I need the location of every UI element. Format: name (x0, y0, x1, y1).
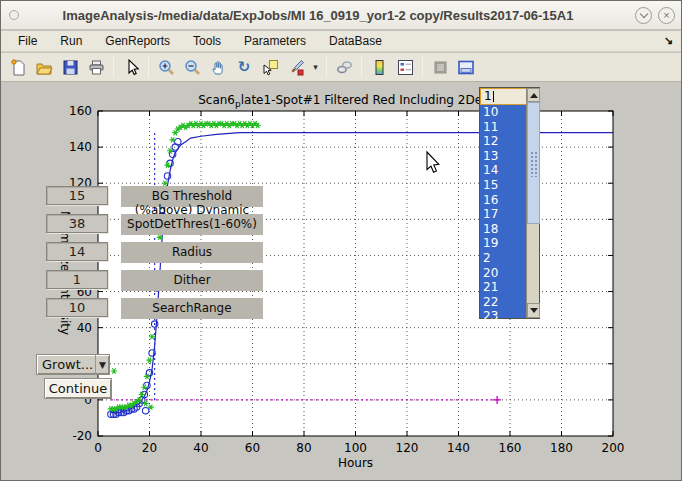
chain-link-icon (336, 59, 353, 76)
dropdown-item[interactable]: 21 (480, 280, 527, 295)
shade-window-button[interactable] (635, 7, 652, 24)
dropdown-item[interactable]: 10 (480, 105, 527, 120)
data-circles-marker (131, 406, 137, 412)
dropdown-item[interactable]: 23 (480, 309, 527, 320)
dropdown-item[interactable]: 13 (480, 149, 527, 164)
dropdown-item[interactable]: 14 (480, 163, 527, 178)
radius-input[interactable]: 14 (46, 242, 108, 261)
new-file-button[interactable] (6, 55, 30, 79)
zoom-in-button[interactable] (154, 55, 178, 79)
x-tick-label: 160 (499, 441, 522, 455)
dropdown-item[interactable]: 15 (480, 178, 527, 193)
dropdown-item[interactable]: 11 (480, 120, 527, 135)
x-tick-label: 60 (245, 441, 260, 455)
brush-menu-caret-button[interactable]: ▾ (310, 55, 321, 79)
x-tick-label: 180 (550, 441, 573, 455)
menu-parameters[interactable]: Parameters (241, 32, 309, 50)
data-circles-marker (139, 397, 145, 403)
searchrange-input[interactable]: 10 (46, 298, 108, 317)
dock-figure-icon (457, 59, 476, 76)
x-tick-label: 80 (296, 441, 311, 455)
link-plots-button[interactable] (332, 55, 356, 79)
open-file-button[interactable] (32, 55, 56, 79)
toolbar-separator (148, 56, 149, 78)
x-tick-label: 200 (602, 441, 625, 455)
undock-arrow-icon[interactable]: ↘ (664, 34, 673, 47)
data-asterisks-marker (234, 123, 240, 128)
spotdetthres-input[interactable]: 38 (46, 214, 108, 233)
pan-button[interactable] (206, 55, 230, 79)
data-asterisks-marker (221, 123, 227, 128)
data-circles-marker (118, 409, 124, 415)
insert-colorbar-button[interactable] (367, 55, 391, 79)
dock-figure-button[interactable] (454, 55, 478, 79)
new-file-icon (10, 59, 27, 76)
brush-data-button[interactable] (284, 55, 308, 79)
data-circles-marker (142, 408, 148, 414)
x-tick-label: 20 (142, 441, 157, 455)
data-asterisks-marker (164, 162, 170, 167)
dropdown-item[interactable]: 16 (480, 193, 527, 208)
chevron-down-icon (639, 9, 647, 17)
data-asterisks-marker (148, 404, 154, 409)
x-tick-label: 100 (344, 441, 367, 455)
menu-genreports[interactable]: GenReports (102, 32, 173, 50)
data-circles-marker (121, 409, 127, 415)
dropdown-item[interactable]: 17 (480, 207, 527, 222)
brush-icon (288, 59, 305, 76)
scroll-down-button[interactable] (527, 303, 540, 318)
data-asterisks-marker (180, 123, 186, 128)
hide-plot-tools-button[interactable] (428, 55, 452, 79)
radius-label: Radius (121, 242, 263, 263)
data-asterisks-marker (146, 357, 152, 362)
dither-input[interactable]: 1 (46, 270, 108, 289)
data-asterisks-marker (141, 385, 147, 390)
data-asterisks-marker (134, 399, 140, 404)
data-circles-marker (110, 411, 116, 417)
dropdown-item[interactable]: 12 (480, 134, 527, 149)
scrollbar-grip (530, 151, 537, 177)
print-button[interactable] (84, 55, 108, 79)
menu-file[interactable]: File (15, 32, 40, 50)
data-circles-marker (144, 382, 150, 388)
zoom-out-button[interactable] (180, 55, 204, 79)
menu-database[interactable]: DataBase (326, 32, 385, 50)
insert-legend-button[interactable] (393, 55, 417, 79)
data-circles-marker (115, 409, 121, 415)
window-menu-button[interactable] (9, 10, 19, 20)
continue-button[interactable]: Continue (44, 378, 112, 399)
legend-icon (397, 59, 414, 76)
scrollbar-thumb[interactable] (527, 102, 540, 224)
dropdown-item[interactable]: 2 (480, 251, 527, 266)
colorbar-icon (371, 59, 388, 76)
menu-tools[interactable]: Tools (190, 32, 224, 50)
rotate-3d-button[interactable]: ↻ (232, 55, 256, 79)
data-cursor-button[interactable] (258, 55, 282, 79)
select-cursor-button[interactable] (119, 55, 143, 79)
data-asterisks-marker (211, 121, 217, 126)
plot-title-post: late1-Spot#1 Filtered Red Including 2Der… (241, 93, 513, 107)
bg-threshold-input[interactable]: 15 (46, 186, 108, 205)
data-circles-marker (141, 391, 147, 397)
save-button[interactable] (58, 55, 82, 79)
dropdown-scrollbar[interactable] (526, 88, 539, 318)
dropdown-item[interactable]: 22 (480, 295, 527, 310)
data-asterisks-marker (249, 123, 255, 128)
data-asterisks-marker (195, 123, 201, 128)
data-circles-marker (113, 411, 119, 417)
data-circles-marker (175, 138, 181, 144)
growth-popup-menu[interactable]: Growt... ▼ (36, 354, 110, 375)
data-asterisks-marker (239, 123, 245, 128)
dropdown-item[interactable]: 18 (480, 222, 527, 237)
toolbar: ↻ ▾ (1, 53, 681, 82)
close-window-button[interactable]: × (658, 7, 675, 24)
dropdown-item[interactable]: 20 (480, 266, 527, 281)
toolbar-separator (361, 56, 362, 78)
data-circles-marker (123, 408, 129, 414)
dropdown-item[interactable]: 19 (480, 236, 527, 251)
scroll-up-button[interactable] (527, 88, 540, 102)
y-tick-label: -20 (72, 429, 92, 443)
y-tick-label: 40 (77, 321, 92, 335)
data-asterisks-marker (213, 123, 219, 128)
menu-run[interactable]: Run (57, 32, 85, 50)
